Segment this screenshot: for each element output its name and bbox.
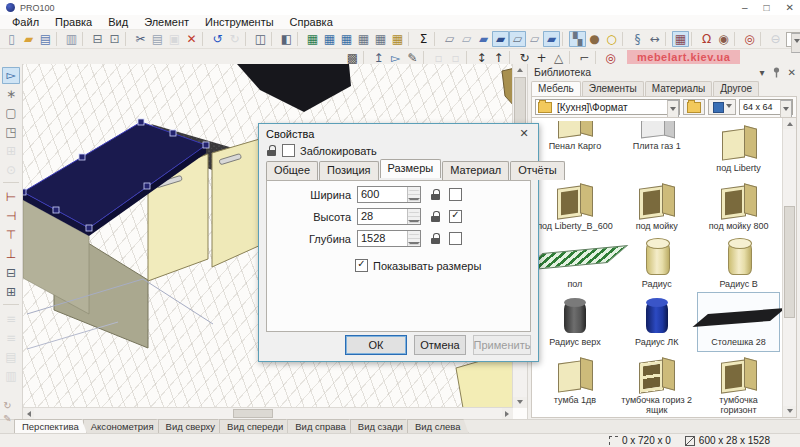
- scroll-right-icon[interactable]: [502, 408, 513, 419]
- dimension-value[interactable]: 28: [358, 209, 407, 224]
- toolbar-separator[interactable]: [434, 32, 439, 46]
- calculation-icon[interactable]: Σ: [415, 31, 432, 47]
- open-folder-icon[interactable]: ▰: [20, 31, 37, 47]
- toolbar-separator[interactable]: [569, 51, 574, 65]
- menu-item[interactable]: Справка: [282, 16, 341, 28]
- shape-tool-icon[interactable]: ▢: [2, 105, 20, 122]
- properties-icon[interactable]: ◫: [252, 31, 269, 47]
- view-tab-top[interactable]: Вид сверху: [158, 419, 223, 433]
- paste-icon[interactable]: ▣: [166, 31, 183, 47]
- folder-up-button[interactable]: [683, 99, 705, 115]
- toolbar-separator[interactable]: [271, 32, 276, 46]
- group-select-icon[interactable]: ⊞: [2, 143, 20, 160]
- ok-button[interactable]: ОК: [345, 335, 407, 355]
- dialog-tab-general[interactable]: Общее: [266, 161, 318, 180]
- horizontal-scroll-thumb[interactable]: [233, 409, 273, 418]
- dialog-tab-reports[interactable]: Отчёты: [510, 161, 564, 180]
- print-icon[interactable]: ⊟: [89, 31, 106, 47]
- toolbar-separator[interactable]: [562, 32, 567, 46]
- delete-icon[interactable]: ✕: [183, 31, 200, 47]
- new-project-icon[interactable]: ▥: [63, 31, 80, 47]
- redo-icon[interactable]: ↻: [226, 31, 243, 47]
- spinner[interactable]: [407, 209, 420, 224]
- toolbar-separator[interactable]: [3, 182, 19, 186]
- view-tab-perspective[interactable]: Перспектива: [14, 419, 87, 433]
- scroll-up-icon[interactable]: [783, 118, 796, 129]
- icon-size-combo[interactable]: 64 x 64: [739, 99, 793, 115]
- dimension-lock-checkbox[interactable]: [449, 210, 462, 223]
- apply-button[interactable]: Применить: [473, 335, 531, 355]
- library-tab-materials[interactable]: Материалы: [645, 81, 713, 96]
- grid-icon[interactable]: ▦: [672, 31, 689, 47]
- menu-item[interactable]: Вид: [100, 16, 136, 28]
- center-vertical-icon[interactable]: ⊞: [2, 284, 20, 301]
- dialog-tab-position[interactable]: Позиция: [319, 161, 379, 180]
- spinner-up-icon[interactable]: [408, 231, 420, 239]
- maximize-button[interactable]: □: [764, 3, 770, 13]
- view-tab-back[interactable]: Вид сзади: [350, 419, 411, 433]
- view-sketch-icon[interactable]: ▱: [458, 31, 475, 47]
- library-item[interactable]: под Liberty_B_600: [534, 177, 616, 235]
- spinner[interactable]: [407, 231, 420, 246]
- library-item[interactable]: Радиус верх: [534, 293, 616, 351]
- materials-icon[interactable]: ●: [586, 31, 603, 47]
- print-preview-icon[interactable]: ⊡: [106, 31, 123, 47]
- dimension-lock-checkbox[interactable]: [449, 188, 462, 201]
- dimension-lock-checkbox[interactable]: [449, 232, 462, 245]
- library-tab-furniture[interactable]: Мебель: [531, 81, 581, 96]
- pan-view-icon[interactable]: ✎: [3, 412, 11, 425]
- view-contours-icon[interactable]: ▱: [509, 31, 526, 47]
- spinner-down-icon[interactable]: [408, 195, 420, 202]
- toolbar-separator[interactable]: [691, 32, 696, 46]
- snap-elements-icon[interactable]: ◉: [715, 31, 732, 47]
- library-scrollbar[interactable]: [782, 118, 796, 417]
- view-tab-right[interactable]: Вид справа: [287, 419, 354, 433]
- library-path-value[interactable]: [Кухня]\Формат: [554, 102, 667, 113]
- projection-panel-icon[interactable]: ◧: [278, 31, 295, 47]
- view-tab-axonometry[interactable]: Аксонометрия: [83, 419, 162, 433]
- center-horizontal-icon[interactable]: ⊟: [2, 265, 20, 282]
- zoom-combo-arrow-icon[interactable]: [791, 33, 800, 53]
- icon-size-value[interactable]: 64 x 64: [740, 102, 780, 112]
- menu-item[interactable]: Правка: [47, 16, 100, 28]
- toolbar-separator[interactable]: [408, 32, 413, 46]
- toolbar-separator[interactable]: [595, 51, 600, 65]
- view-textures-icon[interactable]: ▰: [543, 31, 560, 47]
- show-dimensions-checkbox[interactable]: [355, 259, 368, 272]
- new-file-icon[interactable]: ▯: [3, 31, 20, 47]
- dimension-input[interactable]: 1528: [357, 230, 421, 247]
- save-icon[interactable]: ▤: [37, 31, 54, 47]
- library-item[interactable]: тумба 1дв: [534, 351, 616, 418]
- distribute-v-icon[interactable]: ≡: [2, 330, 20, 347]
- autoshape-icon[interactable]: §: [629, 31, 646, 47]
- cancel-button[interactable]: Отмена: [414, 335, 466, 355]
- align-right-icon[interactable]: ⊣: [2, 208, 20, 225]
- zoom-out-icon[interactable]: ⊖: [767, 31, 784, 47]
- zoom-level-combo[interactable]: [786, 32, 800, 47]
- toolbar-separator[interactable]: [734, 32, 739, 46]
- report-cutting-icon[interactable]: ▦: [338, 31, 355, 47]
- undo-icon[interactable]: ↺: [209, 31, 226, 47]
- distribute-h-icon[interactable]: ≡: [2, 311, 20, 328]
- library-item[interactable]: Радиус В: [698, 235, 780, 293]
- library-scroll-thumb[interactable]: [784, 206, 795, 318]
- view-wireframe-icon[interactable]: ▱: [441, 31, 458, 47]
- zoom-select-icon[interactable]: ⊙: [2, 162, 20, 179]
- toolbar-separator[interactable]: [82, 32, 87, 46]
- snap-icon[interactable]: Ω: [698, 31, 715, 47]
- toolbar-separator[interactable]: [665, 32, 670, 46]
- library-item[interactable]: Радиус: [616, 235, 698, 293]
- cut-icon[interactable]: ✂: [132, 31, 149, 47]
- toolbar-separator[interactable]: [509, 51, 514, 65]
- dialog-close-icon[interactable]: ✕: [517, 127, 531, 140]
- dialog-title-bar[interactable]: Свойства ✕: [259, 124, 538, 143]
- spinner[interactable]: [407, 187, 420, 202]
- view-tab-front[interactable]: Вид спереди: [219, 419, 291, 433]
- report-elements-icon[interactable]: ▦: [304, 31, 321, 47]
- toolbar-separator[interactable]: [125, 32, 130, 46]
- library-item[interactable]: тумбочка горизонт: [698, 351, 780, 418]
- wall-tool-icon[interactable]: ∗: [2, 86, 20, 103]
- space-h-icon[interactable]: ▤: [2, 349, 20, 366]
- scroll-up-icon[interactable]: [513, 64, 527, 75]
- library-item[interactable]: тумбочка гориз 2 ящик: [616, 351, 698, 418]
